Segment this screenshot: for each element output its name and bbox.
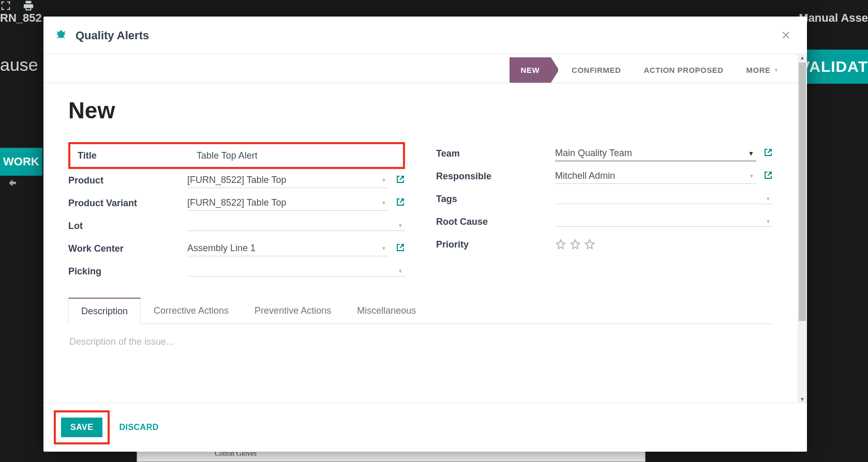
description-input[interactable] (69, 336, 772, 347)
modal-header: Quality Alerts ✕ (43, 17, 807, 54)
print-icon (23, 0, 34, 11)
root-cause-select[interactable]: ▼ (555, 217, 773, 227)
priority-stars[interactable] (555, 239, 595, 250)
star-icon (570, 239, 581, 250)
save-button[interactable]: SAVE (61, 418, 102, 437)
tags-select[interactable]: ▼ (555, 194, 773, 204)
label-root-cause: Root Cause (436, 217, 555, 227)
team-external-link[interactable] (764, 148, 773, 159)
status-more[interactable]: MORE▼ (735, 57, 790, 83)
bg-text: RN_852 (0, 11, 42, 25)
status-new[interactable]: NEW (510, 57, 551, 83)
label-variant: Product Variant (68, 198, 187, 209)
bg-toolbar-icons (0, 0, 868, 11)
label-product: Product (68, 175, 187, 186)
bg-text: ause (0, 55, 38, 75)
status-confirmed[interactable]: CONFIRMED (560, 57, 632, 83)
modal-title: Quality Alerts (76, 29, 149, 42)
responsible-select[interactable]: Mitchell Admin▼ (555, 168, 756, 184)
label-priority: Priority (436, 239, 555, 250)
variant-select[interactable]: [FURN_8522] Table Top▼ (187, 195, 388, 211)
lot-select[interactable]: ▼ (187, 221, 405, 231)
work-center-select[interactable]: Assembly Line 1▼ (187, 241, 388, 256)
close-button[interactable]: ✕ (779, 27, 792, 44)
bg-worksheet-fragment: Cotton Gloves (137, 451, 646, 462)
label-work-center: Work Center (68, 243, 187, 254)
work-center-external-link[interactable] (396, 243, 405, 254)
picking-select[interactable]: ▼ (187, 266, 405, 276)
page-title: New (68, 98, 773, 124)
scrollbar[interactable]: ▲ ▼ (798, 54, 807, 403)
quality-alert-modal: Quality Alerts ✕ NEW CONFIRMED ACTION PR… (43, 17, 807, 452)
notebook-tabs: Description Corrective Actions Preventiv… (68, 297, 773, 324)
tab-corrective[interactable]: Corrective Actions (141, 298, 242, 324)
product-select[interactable]: [FURN_8522] Table Top▼ (187, 173, 388, 188)
team-select[interactable]: Main Quality Team▼ (555, 146, 756, 161)
responsible-external-link[interactable] (764, 171, 773, 182)
label-picking: Picking (68, 266, 187, 277)
label-lot: Lot (68, 221, 187, 232)
bg-work-button: WORK (0, 148, 42, 176)
label-tags: Tags (436, 194, 555, 205)
bug-icon (56, 29, 66, 42)
title-highlight: Title (68, 142, 405, 169)
bg-nav-arrows (7, 178, 18, 190)
status-action-proposed[interactable]: ACTION PROPOSED (632, 57, 735, 83)
discard-button[interactable]: DISCARD (110, 418, 168, 437)
label-title: Title (78, 150, 197, 161)
tab-description[interactable]: Description (68, 298, 141, 324)
fullscreen-icon (0, 0, 11, 11)
label-responsible: Responsible (436, 171, 555, 182)
save-highlight: SAVE (54, 410, 110, 444)
star-icon (584, 239, 595, 250)
tab-preventive[interactable]: Preventive Actions (242, 298, 344, 324)
status-bar: NEW CONFIRMED ACTION PROPOSED MORE▼ (43, 54, 798, 83)
modal-footer: SAVE DISCARD (43, 403, 807, 452)
label-team: Team (436, 148, 555, 159)
star-icon (555, 239, 566, 250)
tab-misc[interactable]: Miscellaneous (344, 298, 429, 324)
variant-external-link[interactable] (396, 197, 405, 209)
title-input[interactable] (197, 148, 398, 163)
tab-content-description (68, 324, 773, 360)
product-external-link[interactable] (396, 175, 405, 186)
bg-text: Manual Asse (799, 11, 868, 25)
